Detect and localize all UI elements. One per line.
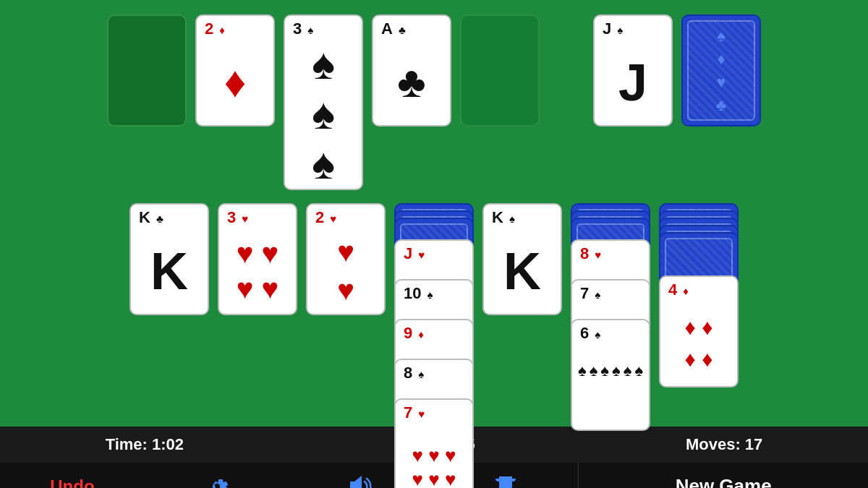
card-4-diamonds[interactable]: 4♦ ♦ ♦ ♦ ♦ (659, 275, 739, 388)
face-down-stack-5 (571, 203, 650, 239)
card-6-spades[interactable]: 6♠ ♠ ♠ ♠ ♠ ♠ ♠ (571, 319, 650, 431)
waste-card-2-rank: 3 (289, 18, 306, 37)
tableau-col-2: 2 ♥ ♥ ♥ (306, 203, 386, 315)
waste-card-2-suit: ♠ (307, 24, 313, 36)
waste-card-3-center: ♣ (373, 39, 450, 125)
card-back-suits: ♠ ♦ ♥ ♣ (683, 16, 760, 125)
waste-card-1-center: ♦ (197, 39, 273, 125)
waste-card-2-center: ♠♠♠ (285, 39, 362, 189)
waste-card-1-suit: ♦ (219, 24, 225, 36)
card-k-clubs[interactable]: K ♣ K (129, 203, 209, 315)
waste-card-3-suit: ♣ (399, 24, 406, 36)
foundation-1-center: J (595, 39, 671, 125)
waste-card-1[interactable]: 2 ♦ ♦ (195, 14, 275, 127)
tableau-col-6: 4♦ ♦ ♦ ♦ ♦ (659, 203, 739, 478)
suit-spade-icon: ♠ (717, 27, 726, 46)
foundation-1-rank: J (598, 18, 616, 37)
tableau-col-3: J♥ J 10♠ 9♦ 8♠ 7♥ ♥ (394, 203, 474, 488)
waste-card-1-rank: 2 (200, 18, 218, 37)
tableau-col-0: K ♣ K (129, 203, 209, 315)
game-area: 2 ♦ ♦ 3 ♠ ♠♠♠ A ♣ ♣ J ♠ (0, 0, 868, 427)
tableau-row: K ♣ K 3 ♥ ♥ ♥ ♥ ♥ (0, 203, 868, 488)
card-7-hearts[interactable]: 7♥ ♥ ♥ ♥ ♥ ♥ ♥ ♥ (394, 398, 474, 488)
tableau-col-5: 8♥ ♥ ♥ ♥ ♥ 7♠ 6♠ ♠ ♠ ♠ (571, 203, 650, 488)
foundation-1[interactable]: J ♠ J (593, 14, 673, 127)
card-k-spades[interactable]: K ♠ K (482, 203, 562, 315)
waste-card-2[interactable]: 3 ♠ ♠♠♠ (284, 14, 363, 190)
suit-club-icon: ♣ (716, 96, 726, 115)
face-down-stack-3 (394, 203, 474, 239)
suit-heart-icon: ♥ (716, 73, 726, 92)
tableau-col-4: K ♠ K (482, 203, 562, 315)
top-row: 2 ♦ ♦ 3 ♠ ♠♠♠ A ♣ ♣ J ♠ (0, 14, 868, 190)
waste-card-3-rank: A (377, 18, 397, 37)
stock-pile[interactable] (107, 14, 187, 127)
waste-card-3[interactable]: A ♣ ♣ (372, 14, 451, 127)
face-down-stack-6 (659, 203, 739, 254)
card-3-hearts[interactable]: 3 ♥ ♥ ♥ ♥ ♥ (218, 203, 297, 315)
tableau-col-1: 3 ♥ ♥ ♥ ♥ ♥ (218, 203, 297, 315)
card-2-hearts[interactable]: 2 ♥ ♥ ♥ (306, 203, 386, 315)
empty-slot (460, 14, 540, 127)
foundation-1-suit: ♠ (617, 24, 623, 36)
suit-diamond-icon: ♦ (717, 50, 725, 69)
card-6-spades-pips: ♠ ♠ ♠ ♠ ♠ ♠ (572, 358, 649, 384)
foundation-2[interactable]: ♠ ♦ ♥ ♣ (681, 14, 761, 127)
